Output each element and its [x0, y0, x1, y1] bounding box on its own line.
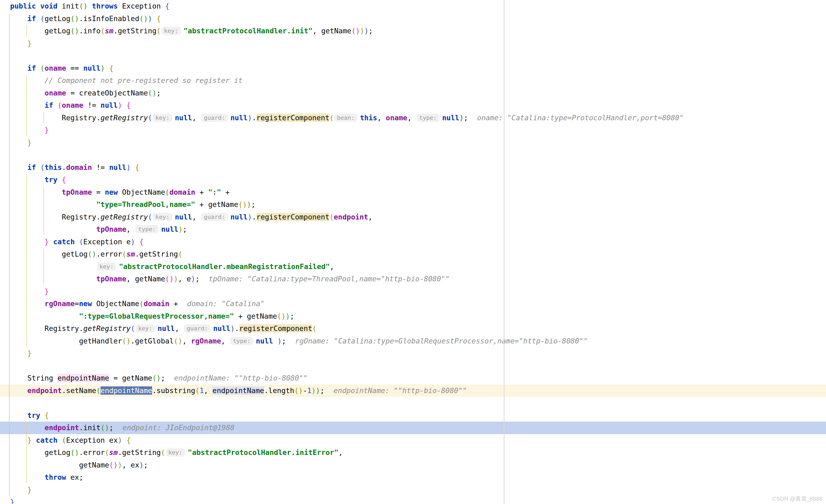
- code-line-6[interactable]: if (oname == null) {: [0, 62, 826, 75]
- code-token: [10, 262, 96, 271]
- code-token: [10, 473, 45, 481]
- static-field-token: sm: [105, 27, 113, 35]
- static-method-token: getRegistry: [101, 213, 148, 221]
- code-token: ;: [157, 89, 161, 97]
- code-token: .setName: [62, 386, 96, 395]
- bracket-token: (): [148, 89, 156, 97]
- code-line-28[interactable]: getHandler().getGlobal(), rgOname, type:…: [0, 335, 826, 348]
- code-line-27[interactable]: Registry.getRegistry(key:null, guard:nul…: [0, 322, 826, 335]
- code-token: +: [221, 188, 230, 196]
- bracket-token: (: [79, 238, 83, 246]
- code-editor[interactable]: public void init() throws Exception { if…: [0, 0, 826, 504]
- bracket-token: ): [364, 27, 368, 35]
- code-line-39[interactable]: throw ex;: [0, 471, 826, 484]
- code-token: ex;: [66, 473, 83, 481]
- code-token: .isInfoEnabled: [79, 14, 139, 23]
- code-line-21[interactable]: getLog().error(sm.getString(: [0, 248, 826, 260]
- keyword-token: catch: [36, 436, 62, 444]
- string-token: "type=ThreadPool,name=": [96, 200, 195, 208]
- code-token: .length: [264, 386, 294, 395]
- string-token: ":": [208, 188, 221, 196]
- bracket-token: ): [118, 461, 122, 469]
- code-token: ;: [251, 200, 255, 208]
- code-line-38[interactable]: getName()), ex);: [0, 459, 826, 471]
- code-line-41[interactable]: }: [0, 496, 826, 504]
- code-line-19[interactable]: tpOname, type:null);: [0, 223, 826, 236]
- code-line-40[interactable]: }: [0, 484, 826, 496]
- code-token: , getName: [313, 27, 351, 35]
- bracket-token: (): [351, 27, 360, 35]
- code-token: Exception e: [83, 238, 130, 246]
- code-line-15[interactable]: try {: [0, 174, 826, 186]
- keyword-token: null: [231, 114, 248, 122]
- code-line-22[interactable]: key:"abstractProtocolHandler.mbeanRegist…: [0, 260, 826, 273]
- code-line-12[interactable]: }: [0, 136, 826, 149]
- code-line-23[interactable]: tpOname, getName()), e);tpOname: "Catali…: [0, 273, 826, 285]
- watermark-text: CSDN @黄裳_8888: [772, 495, 822, 502]
- bracket-token: ): [101, 64, 105, 72]
- code-line-14[interactable]: if (this.domain != null) {: [0, 161, 826, 174]
- code-line-34[interactable]: try {: [0, 410, 826, 422]
- code-token: [10, 238, 45, 246]
- code-line-33[interactable]: [0, 397, 826, 410]
- code-line-18[interactable]: Registry.getRegistry(key:null, guard:nul…: [0, 211, 826, 224]
- code-token: [10, 163, 27, 172]
- bracket-token: (): [294, 386, 303, 395]
- field-token: oname: [62, 101, 83, 109]
- bracket-token: ): [286, 312, 290, 320]
- bracket-token: (): [122, 337, 130, 345]
- code-line-3[interactable]: getLog().info(sm.getString(key:"abstract…: [0, 25, 826, 37]
- code-line-4[interactable]: }: [0, 37, 826, 50]
- code-line-26[interactable]: ":type=GlobalRequestProcessor,name=" + g…: [0, 310, 826, 323]
- code-token: .getGlobal: [131, 337, 174, 345]
- code-line-17[interactable]: "type=ThreadPool,name=" + getName());: [0, 198, 826, 211]
- code-token: [10, 14, 27, 23]
- keyword-token: null: [256, 337, 273, 345]
- code-line-24[interactable]: }: [0, 285, 826, 298]
- field-token: oname: [45, 89, 66, 97]
- code-line-36[interactable]: } catch (Exception ex) {: [0, 434, 826, 447]
- code-line-16[interactable]: tpOname = new ObjectName(domain + ":" +: [0, 186, 826, 199]
- param-hint-chip: guard:: [184, 324, 211, 332]
- field-token: endpoint: [334, 213, 368, 221]
- code-line-29[interactable]: }: [0, 347, 826, 360]
- static-method-token: getRegistry: [101, 114, 148, 122]
- bracket-token: (: [40, 163, 45, 172]
- debug-inline-value: endpoint: JIoEndpoint@1988: [122, 424, 234, 432]
- code-token: ,: [330, 262, 334, 271]
- code-line-13[interactable]: [0, 149, 826, 161]
- code-line-8[interactable]: oname = createObjectName();: [0, 87, 826, 100]
- code-area[interactable]: public void init() throws Exception { if…: [0, 0, 826, 504]
- bracket-token: (: [40, 64, 45, 72]
- field-token: tpOname: [96, 225, 126, 233]
- code-line-31[interactable]: String endpointName = getName();endpoint…: [0, 372, 826, 384]
- bracket-token: }: [45, 126, 49, 134]
- bracket-token: }: [27, 138, 32, 147]
- code-token: init: [62, 2, 79, 10]
- code-line-10[interactable]: Registry.getRegistry(key:null, guard:nul…: [0, 112, 826, 124]
- code-line-32[interactable]: endpoint.setName(endpointName.substring(…: [0, 384, 826, 397]
- bracket-token: }: [27, 349, 32, 357]
- code-line-20[interactable]: } catch (Exception e) {: [0, 236, 826, 248]
- keyword-token: null: [158, 324, 175, 332]
- code-line-30[interactable]: [0, 360, 826, 372]
- bracket-token: ): [126, 163, 131, 172]
- code-line-1[interactable]: public void init() throws Exception {: [0, 0, 826, 12]
- code-line-25[interactable]: rgOname=new ObjectName(domain +domain: "…: [0, 298, 826, 310]
- code-line-35[interactable]: endpoint.init();endpoint: JIoEndpoint@19…: [0, 422, 826, 434]
- keyword-token: if: [45, 101, 57, 109]
- code-line-37[interactable]: getLog().error(sm.getString(key:"abstrac…: [0, 446, 826, 459]
- field-token: domain: [169, 188, 195, 196]
- code-token: + getName: [195, 200, 238, 208]
- keyword-token: new: [79, 300, 92, 308]
- code-line-2[interactable]: if (getLog().isInfoEnabled()) {: [0, 12, 826, 25]
- code-line-9[interactable]: if (oname != null) {: [0, 99, 826, 112]
- code-line-11[interactable]: }: [0, 124, 826, 136]
- code-line-5[interactable]: [0, 50, 826, 62]
- bracket-token: ): [247, 200, 251, 208]
- code-line-7[interactable]: // Component not pre-registered so regis…: [0, 74, 826, 87]
- bracket-token: (): [87, 250, 96, 258]
- field-token: endpoint: [45, 424, 79, 432]
- bracket-token: (: [161, 448, 165, 456]
- code-token: ,: [126, 225, 135, 233]
